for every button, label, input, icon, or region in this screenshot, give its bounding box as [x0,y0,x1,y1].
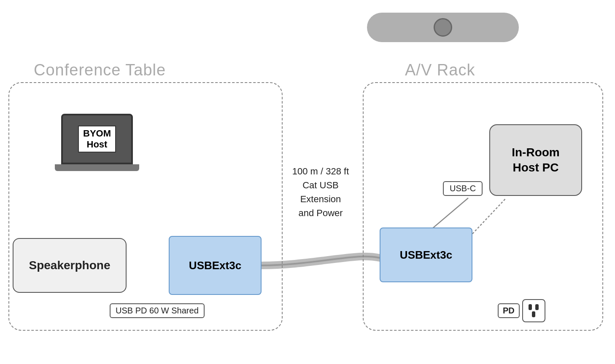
usb-pd-label: USB PD 60 W Shared [110,303,205,318]
camera-lens [434,18,452,37]
power-outlet-icon [522,299,545,322]
diagram-container: Conference Table A/V Rack BYOM Host Spea… [0,0,615,364]
outlet-ground [532,311,535,317]
outlet-hole-left [529,304,532,310]
ext-line1: 100 m / 328 ft [278,164,363,178]
pd-outlet-area: PD [498,299,545,322]
usbext-conf-label: USBExt3c [189,259,241,272]
usbext-av-box: USBExt3c [380,228,472,282]
av-rack-label: A/V Rack [405,61,475,79]
outlet-hole-right [535,304,539,310]
outlet-holes [529,304,539,310]
camera-bar [367,13,519,42]
conference-table-label: Conference Table [34,61,166,79]
laptop-base [55,164,139,171]
laptop-container: BYOM Host [55,114,139,171]
extension-cable-label: 100 m / 328 ft Cat USB Extension and Pow… [278,164,363,220]
laptop-line2: Host [83,139,111,150]
inroom-line2: Host PC [512,160,560,175]
inroom-pc-box: In-Room Host PC [489,124,582,196]
usbext-conf-box: USBExt3c [169,236,262,295]
laptop-line1: BYOM [83,128,111,139]
inroom-line1: In-Room [512,145,560,160]
laptop-label-box: BYOM Host [78,126,116,153]
speakerphone-label: Speakerphone [29,259,111,272]
laptop-screen: BYOM Host [61,114,133,164]
usbext-av-label: USBExt3c [400,249,452,262]
usbc-label: USB-C [443,181,483,196]
inroom-text: In-Room Host PC [512,145,560,176]
ext-line4: and Power [278,206,363,220]
ext-line3: Extension [278,192,363,206]
av-region [363,82,603,331]
speakerphone-box: Speakerphone [13,238,127,293]
ext-line2: Cat USB [278,178,363,192]
pd-label: PD [498,303,520,318]
